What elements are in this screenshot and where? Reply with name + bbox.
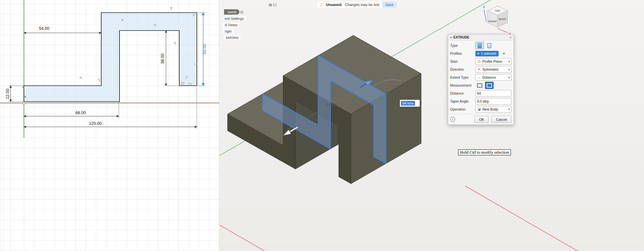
input-grip-icon[interactable]: ⁞ [421, 101, 422, 105]
extrude-dialog-footer: i OK Cancel [448, 114, 514, 125]
view-cube-x-axis [498, 29, 508, 33]
row-measurement: Measurement [450, 81, 512, 89]
browser-active-document[interactable]: aved) [224, 9, 239, 15]
chevron-down-icon: ▾ [508, 60, 510, 63]
dimension-label[interactable]: 66.00 [75, 111, 86, 115]
view-cube-top-label: TOP [495, 9, 500, 12]
origin-point[interactable] [23, 102, 25, 104]
row-direction: Direction ✕ Symmetric ▾ [450, 65, 512, 73]
cancel-button[interactable]: Cancel [491, 116, 512, 123]
extrude-thin-icon [487, 43, 491, 48]
view-cube-right-label: RIGHT [499, 18, 507, 21]
dimension-label[interactable]: 120.00 [89, 121, 102, 126]
new-body-icon: ◪ [477, 108, 481, 111]
view-cube-z-label: Z [483, 5, 485, 9]
selection-hint: Hold Ctrl to modify selection [458, 149, 511, 155]
perpendicular-constraint-icon[interactable]: T [79, 76, 83, 80]
direction-value: Symmetric [482, 67, 507, 71]
ok-button[interactable]: OK [474, 116, 489, 123]
row-profiles: Profiles ➤ 1 selected ✕ [450, 49, 512, 57]
circle-minus-icon[interactable]: ⊖ [269, 2, 272, 7]
extrude-dialog-header[interactable]: ● EXTRUDE » [448, 35, 514, 41]
toolbar-fragment[interactable]: ⊖ [269, 2, 276, 7]
dialog-title: EXTRUDE [453, 36, 469, 39]
save-button[interactable]: Save [382, 2, 397, 8]
warning-message: Changes may be lost [345, 3, 379, 7]
world-x-axis [219, 219, 269, 251]
dimension-label[interactable]: 54.00 [39, 26, 49, 31]
extrude-distance-label[interactable]: 64.00 [326, 103, 336, 107]
dimension-label[interactable]: 50.00 [202, 44, 207, 54]
pointer-icon: ➤ [477, 52, 480, 55]
feature-dot-icon: ● [450, 36, 452, 39]
type-extrude-button[interactable] [475, 42, 484, 49]
perpendicular-constraint-icon[interactable]: T [173, 41, 177, 46]
row-extent-type: Extent Type ↔ Distance ▾ [450, 73, 512, 81]
profile-plane-icon: ◫ [477, 60, 481, 63]
radio-icon[interactable]: ◎ [240, 10, 243, 14]
dimension-base-height[interactable]: 12.00 [5, 86, 24, 102]
distance-input-value[interactable]: 64 mm [401, 101, 415, 106]
extrude-solid-icon [478, 43, 482, 48]
row-operation: Operation ◪ New Body ▾ [450, 105, 512, 113]
dimension-pocket-height[interactable]: 38.00 [160, 31, 179, 86]
perpendicular-constraint-icon[interactable]: T [194, 63, 198, 65]
start-dropdown[interactable]: ◫ Profile Plane ▾ [475, 58, 512, 65]
operation-dropdown[interactable]: ◪ New Body ▾ [475, 106, 512, 113]
extent-type-dropdown[interactable]: ↔ Distance ▾ [475, 74, 512, 81]
dimension-label[interactable]: 12.00 [5, 89, 10, 99]
view-cube-z-axis [484, 10, 486, 22]
extrude-dialog[interactable]: ● EXTRUDE » Type Profiles ➤ 1 selected [448, 34, 514, 125]
dimension-top-width[interactable]: 54.00 [24, 26, 101, 33]
model-canvas: 64.00 [219, 0, 644, 251]
unsaved-warning-bar: ⚠ Unsaved: Changes may be lost Save [317, 2, 398, 8]
measurement-label: Measurement [450, 83, 475, 87]
sketch-profile[interactable] [24, 13, 197, 102]
perpendicular-constraint-icon[interactable]: T [97, 78, 101, 83]
distance-input[interactable]: 64 mm [400, 100, 420, 107]
type-label: Type [450, 43, 475, 47]
row-distance: Distance 64 [450, 89, 512, 97]
expand-panel-icon[interactable]: » [510, 36, 512, 39]
chevron-down-icon: ▾ [508, 108, 510, 111]
clear-selection-icon[interactable]: ✕ [502, 51, 505, 56]
dimension-mid-width[interactable]: 66.00 [24, 102, 119, 118]
sketch-edit-icon[interactable]: ✎ [22, 86, 25, 90]
row-type: Type [450, 42, 512, 49]
dimension-label[interactable]: 38.00 [160, 53, 165, 64]
browser-item-sketches[interactable]: ketches [224, 35, 241, 40]
perpendicular-constraint-icon[interactable]: T [170, 7, 172, 11]
extent-type-label: Extent Type [450, 75, 475, 79]
measure-half-icon [477, 83, 482, 88]
distance-input-group[interactable]: 64 mm ⁞ [400, 100, 422, 107]
distance-extent-icon: ↔ [477, 76, 481, 79]
start-label: Start [450, 59, 475, 63]
measure-whole-icon [487, 83, 492, 88]
world-x-axis [465, 186, 585, 251]
dimension-right-height[interactable]: 50.00 [198, 13, 207, 86]
measurement-whole-button[interactable] [485, 82, 494, 89]
profiles-label: Profiles [450, 51, 475, 55]
info-icon[interactable]: i [450, 117, 455, 122]
distance-field[interactable]: 64 [475, 90, 512, 97]
profiles-selected-chip[interactable]: ➤ 1 selected [475, 51, 499, 56]
warning-icon: ⚠ [320, 3, 323, 7]
type-thin-extrude-button[interactable] [485, 42, 494, 49]
sketch-edit-icon[interactable]: ✎ [24, 95, 27, 99]
model-viewport[interactable]: 64.00 ⊖ ⚠ Unsaved: Changes may be lost S… [219, 0, 644, 251]
taper-angle-field[interactable]: 0.0 deg [475, 98, 512, 105]
measurement-half-button[interactable] [475, 82, 484, 89]
direction-dropdown[interactable]: ✕ Symmetric ▾ [475, 66, 512, 73]
sketch-viewport[interactable]: 54.00 50.00 38.00 12.00 66.00 [0, 0, 219, 251]
row-taper-angle: Taper Angle 0.0 deg [450, 97, 512, 105]
browser-item-document-settings[interactable]: ent Settings [223, 16, 246, 21]
browser-item-named-views[interactable]: d Views [223, 23, 239, 27]
operation-value: New Body [482, 107, 507, 111]
operation-label: Operation [450, 107, 475, 111]
view-cube-front-label: FRONT [488, 20, 497, 23]
start-value: Profile Plane [482, 59, 507, 63]
view-cube[interactable]: TOP FRONT RIGHT Z X [481, 3, 514, 36]
chevron-down-icon: ▾ [508, 68, 510, 71]
profiles-selected-count: 1 selected [481, 52, 496, 55]
browser-item-origin[interactable]: rigin [223, 29, 234, 34]
